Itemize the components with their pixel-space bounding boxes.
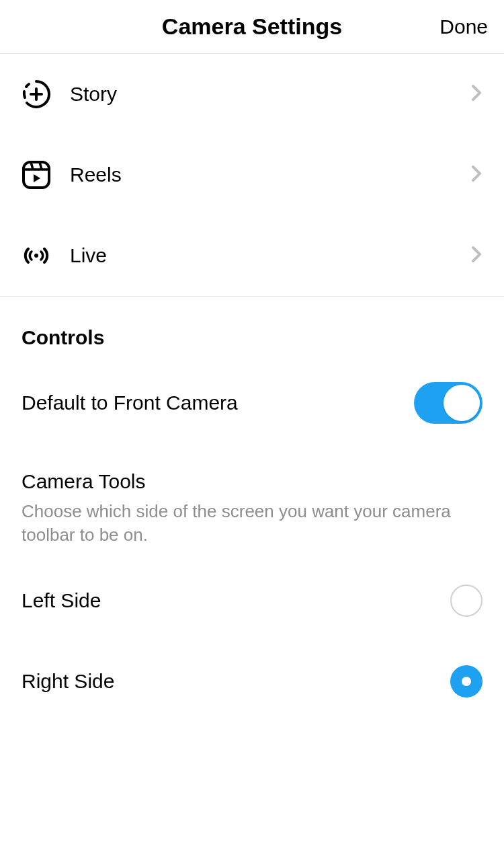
- header: Camera Settings Done: [0, 0, 504, 54]
- nav-item-label: Reels: [70, 163, 470, 186]
- controls-heading: Controls: [22, 297, 482, 363]
- chevron-right-icon: [470, 164, 484, 186]
- story-icon: [20, 78, 52, 110]
- front-camera-toggle[interactable]: [414, 382, 482, 424]
- nav-item-story[interactable]: Story: [0, 54, 504, 135]
- radio-row-right-side[interactable]: Right Side: [22, 641, 482, 722]
- radio-label: Right Side: [22, 670, 114, 693]
- reels-icon: [20, 159, 52, 191]
- radio-unselected-icon: [450, 585, 482, 617]
- page-title: Camera Settings: [162, 13, 342, 40]
- front-camera-row: Default to Front Camera: [22, 363, 482, 443]
- camera-tools-description: Choose which side of the screen you want…: [22, 493, 482, 560]
- svg-point-6: [34, 254, 38, 258]
- radio-label: Left Side: [22, 589, 101, 612]
- nav-item-label: Story: [70, 83, 470, 106]
- radio-selected-icon: [450, 665, 482, 698]
- nav-section: Story Reels: [0, 54, 504, 297]
- radio-row-left-side[interactable]: Left Side: [22, 560, 482, 641]
- chevron-right-icon: [470, 83, 484, 105]
- camera-tools-heading: Camera Tools: [22, 443, 482, 493]
- nav-item-label: Live: [70, 244, 470, 267]
- nav-item-reels[interactable]: Reels: [0, 135, 504, 215]
- done-button[interactable]: Done: [439, 15, 488, 38]
- nav-item-live[interactable]: Live: [0, 215, 504, 296]
- svg-rect-2: [24, 162, 49, 188]
- live-icon: [20, 239, 52, 272]
- toggle-knob: [444, 385, 480, 421]
- chevron-right-icon: [470, 245, 484, 266]
- front-camera-label: Default to Front Camera: [22, 391, 238, 414]
- controls-section: Controls Default to Front Camera Camera …: [0, 297, 504, 722]
